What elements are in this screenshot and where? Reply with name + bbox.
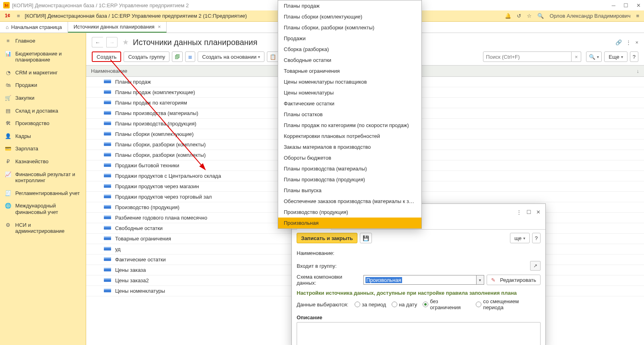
dropdown-item[interactable]: Цены номенклатуры поставщиков [278, 76, 421, 87]
search-input[interactable] [483, 51, 572, 62]
search-go-button[interactable]: 🔍 [586, 51, 602, 62]
row-label: Производство (продукция) [115, 204, 180, 210]
dropdown-item[interactable]: Товарные ограничения [278, 66, 421, 76]
dropdown-item[interactable]: Фактические остатки [278, 98, 421, 109]
save-close-button[interactable]: Записать и закрыть [297, 233, 357, 243]
user-name[interactable]: Орлов Александр Владимирович [549, 13, 630, 19]
tab-home[interactable]: Начальная страница [0, 22, 68, 33]
sidebar-item-9[interactable]: ₽Казначейство [0, 155, 86, 168]
radio-period[interactable]: за период [355, 302, 386, 308]
history-icon[interactable]: ↺ [517, 13, 521, 19]
sidebar-label: НСИ и администрирование [15, 222, 81, 234]
page-close-icon[interactable]: × [635, 39, 638, 45]
sidebar-item-5[interactable]: ▤Склад и доставка [0, 105, 86, 117]
dropdown-item[interactable]: Планы сборки (комплектующие) [278, 11, 421, 22]
modal-more-button[interactable]: ще [510, 233, 530, 243]
nav-back[interactable]: ← [92, 37, 103, 47]
favorite-star-icon[interactable]: ★ [122, 38, 129, 47]
dropdown-item[interactable]: Планы производства (продукция) [278, 174, 421, 185]
modal-close-icon[interactable]: ✕ [536, 209, 541, 215]
dropdown-item[interactable]: Обеспечение заказов производства (матери… [278, 196, 421, 207]
dropdown-item[interactable]: Обороты бюджетов [278, 152, 421, 163]
window-minimize[interactable]: ─ [612, 2, 615, 8]
sort-icon[interactable]: ↓ [637, 68, 640, 74]
create-button[interactable]: Создать [92, 51, 121, 62]
dropdown-item[interactable]: Планы продаж [278, 0, 421, 11]
dropdown-item[interactable]: Планы остатков [278, 109, 421, 120]
list-button[interactable]: ≣ [185, 51, 195, 62]
row-icon [104, 133, 111, 136]
sidebar-item-6[interactable]: 🛠Производство [0, 117, 86, 130]
dropdown-item[interactable]: Продажи [278, 33, 421, 44]
modal-help-button[interactable]: ? [532, 233, 541, 243]
dropdown-item[interactable]: Планы производства (материалы) [278, 163, 421, 174]
copy-button[interactable]: 🗐 [172, 51, 183, 62]
sidebar-item-3[interactable]: 🛍Продажи [0, 79, 86, 92]
radio-nolimit[interactable]: без ограничения [423, 298, 470, 310]
dropdown-item[interactable]: Цены номенклатуры [278, 87, 421, 98]
row-label: Цены заказа2 [115, 277, 149, 283]
name-label: Наименование: [297, 250, 361, 256]
sidebar-item-8[interactable]: 💳Зарплата [0, 142, 86, 155]
sidebar-item-1[interactable]: 📊Бюджетирование и планирование [0, 47, 86, 66]
modal-maximize-icon[interactable]: ☐ [526, 209, 531, 215]
search-clear[interactable]: × [572, 51, 581, 62]
window-close[interactable]: ✕ [636, 2, 641, 8]
create-group-button[interactable]: Создать группу [124, 51, 169, 62]
dropdown-item[interactable]: Заказы материалов в производство [278, 142, 421, 152]
dropdown-item[interactable]: Планы продаж по категориям (по скорости … [278, 120, 421, 131]
more-button[interactable]: Еще [604, 51, 627, 62]
dropdown-item[interactable]: Свободные остатки [278, 55, 421, 66]
help-button[interactable]: ? [630, 51, 638, 62]
sidebar-item-2[interactable]: ◔CRM и маркетинг [0, 66, 86, 79]
sidebar-label: Международный финансовый учет [15, 203, 81, 215]
radio-shift[interactable]: со смещением периода [476, 298, 541, 310]
create-based-button[interactable]: Создать на основании [198, 51, 264, 62]
row-icon [104, 144, 111, 146]
link-icon[interactable]: 🔗 [615, 39, 622, 45]
row-label: Разбиение годового плана помесячно [115, 215, 207, 221]
sidebar-item-4[interactable]: 🛒Закупки [0, 92, 86, 105]
schema-dropdown[interactable]: Планы продажПланы сборки (комплектующие)… [278, 0, 422, 229]
sidebar-icon: 🛍 [5, 82, 11, 88]
edit-schema-button[interactable]: ✎ Редактировать [487, 275, 541, 285]
sidebar-item-10[interactable]: 📈Финансовый результат и контроллинг [0, 168, 86, 187]
group-label: Входит в группу: [297, 263, 361, 269]
kebab-icon[interactable]: ⋮ [626, 39, 631, 45]
dropdown-item[interactable]: Планы выпуска [278, 185, 421, 196]
sidebar-item-12[interactable]: 🌐Международный финансовый учет [0, 199, 86, 218]
search-icon[interactable]: 🔍 [537, 13, 544, 19]
sidebar-icon: 🌐 [5, 203, 11, 209]
bell-icon[interactable]: 🔔 [505, 13, 511, 19]
menu-icon[interactable]: ≡ [17, 13, 20, 19]
sidebar-icon: 💳 [5, 146, 11, 152]
dropdown-item[interactable]: Производство (продукция) [278, 207, 421, 218]
paste-button[interactable]: 📋 [267, 51, 279, 62]
dropdown-item[interactable]: Планы сборки, разборки (комплекты) [278, 22, 421, 33]
combo-dropdown-icon[interactable]: ▾ [476, 275, 484, 285]
nav-forward[interactable]: → [106, 37, 118, 47]
sidebar-label: Продажи [15, 82, 37, 88]
save-button[interactable]: 💾 [360, 233, 372, 243]
sidebar-icon: ₽ [5, 158, 11, 165]
tab-sources[interactable]: Источники данных планирования× [68, 22, 167, 33]
window-maximize[interactable]: ☐ [623, 2, 628, 8]
sidebar-item-11[interactable]: 🧾Регламентированный учет [0, 187, 86, 200]
sidebar-item-13[interactable]: ⚙НСИ и администрирование [0, 219, 86, 238]
dropdown-item[interactable]: Корректировки плановых потребностей [278, 131, 421, 142]
schema-combo[interactable]: Произвольная ▾ [363, 275, 484, 285]
sidebar-item-0[interactable]: ≡Главное [0, 35, 86, 47]
dropdown-item[interactable]: Сборка (разборка) [278, 44, 421, 55]
sidebar-icon: ▤ [5, 108, 11, 114]
description-textarea[interactable] [297, 322, 541, 345]
radio-date[interactable]: на дату [392, 302, 417, 308]
sidebar-item-7[interactable]: 👤Кадры [0, 130, 86, 143]
star-icon[interactable]: ☆ [527, 13, 532, 19]
tab-close-icon[interactable]: × [158, 24, 161, 30]
sidebar-label: Бюджетирование и планирование [15, 51, 81, 63]
dropdown-item[interactable]: Произвольная [278, 218, 421, 228]
group-open-button[interactable]: ↗ [530, 261, 541, 271]
settings-icon[interactable]: ≡ [636, 13, 639, 19]
row-label: Планы продаж по категориям [115, 100, 187, 106]
modal-kebab-icon[interactable]: ⋮ [516, 209, 522, 215]
